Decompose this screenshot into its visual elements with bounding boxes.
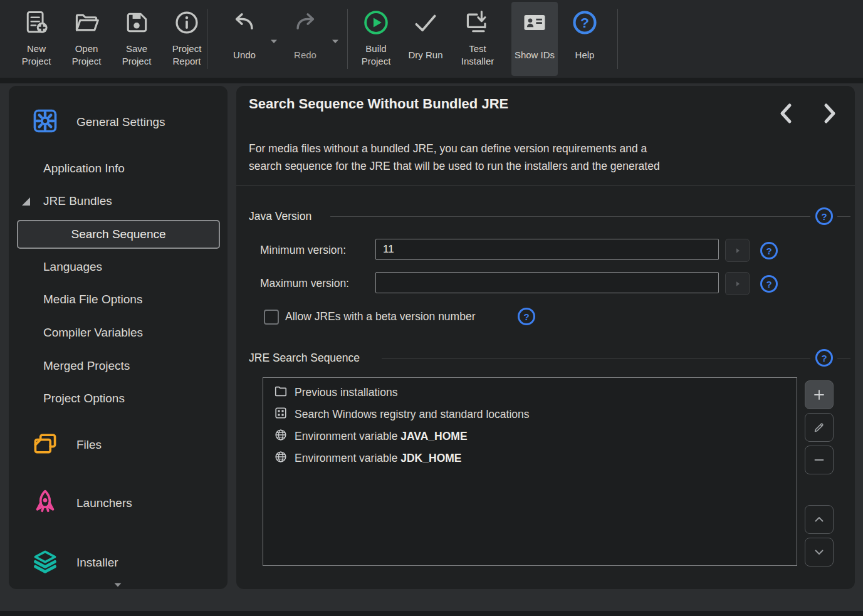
main-panel: Search Sequence Without Bundled JRE For …: [236, 86, 855, 589]
save-icon: [123, 8, 150, 38]
jre-search-sequence-list[interactable]: Previous installations Search Windows re…: [263, 377, 797, 566]
minimum-version-label: Minimum version:: [260, 239, 346, 261]
section-rule: [330, 216, 810, 217]
maximum-version-input[interactable]: [375, 272, 719, 293]
help-icon-jre-search-sequence[interactable]: ?: [815, 349, 833, 367]
globe-icon: [274, 428, 288, 445]
header-divider: [236, 185, 855, 185]
page-description-line2: search sequence for the JRE that will be…: [249, 157, 769, 175]
sidebar-item-label: Installer: [76, 556, 118, 570]
sidebar: General Settings Application Info JRE Bu…: [9, 86, 228, 589]
list-item-text: Environment variable JAVA_HOME: [295, 430, 468, 443]
list-item-text: Previous installations: [295, 386, 397, 399]
move-up-button[interactable]: [805, 505, 834, 534]
section-rule: [837, 358, 850, 358]
sidebar-scroll-down-icon[interactable]: [113, 579, 122, 590]
folder-icon: [274, 384, 288, 401]
sidebar-item-installer[interactable]: Installer: [31, 549, 118, 577]
maximum-version-variable-button[interactable]: [725, 272, 750, 295]
sidebar-item-languages[interactable]: Languages: [43, 259, 102, 275]
undo-dropdown-arrow[interactable]: [270, 35, 278, 40]
sidebar-item-files[interactable]: Files: [31, 431, 102, 459]
files-icon: [31, 430, 59, 460]
beta-version-checkbox-label: Allow JREs with a beta version number: [285, 308, 475, 325]
section-heading-java-version: Java Version: [249, 210, 311, 223]
toolbar-button-label: Save Project: [112, 38, 161, 76]
sidebar-item-label: General Settings: [76, 115, 165, 129]
checkmark-icon: [412, 8, 439, 38]
help-icon-beta-version[interactable]: ?: [518, 308, 535, 325]
list-item[interactable]: Previous installations: [263, 382, 797, 404]
help-circle-icon: ?: [571, 8, 599, 38]
toolbar-button-label: Redo: [294, 38, 316, 76]
toolbar-button-label: Build Project: [352, 38, 400, 76]
add-button[interactable]: [805, 380, 834, 409]
beta-version-checkbox[interactable]: [264, 310, 279, 325]
list-item[interactable]: Environment variable JAVA_HOME: [263, 425, 797, 447]
sidebar-item-jre-bundles[interactable]: JRE Bundles: [43, 193, 112, 209]
page-title: Search Sequence Without Bundled JRE: [249, 96, 508, 112]
section-heading-jre-search-sequence: JRE Search Sequence: [249, 352, 360, 365]
help-icon-maximum-version[interactable]: ?: [760, 275, 778, 293]
redo-icon: [291, 8, 319, 38]
show-ids-button[interactable]: Show IDs: [511, 2, 558, 76]
id-card-icon: [521, 8, 548, 38]
sidebar-item-application-info[interactable]: Application Info: [43, 160, 125, 177]
monitor-download-icon: [464, 8, 491, 38]
nav-back-icon[interactable]: [777, 103, 795, 127]
gear-square-icon: [31, 107, 59, 137]
toolbar-button-label: Help: [575, 38, 595, 76]
toolbar-button-label: New Project: [12, 38, 61, 76]
redo-dropdown-arrow[interactable]: [332, 35, 339, 40]
toolbar-button-label: Project Report: [162, 38, 211, 76]
sidebar-item-media-file-options[interactable]: Media File Options: [43, 291, 142, 308]
section-rule: [382, 358, 810, 358]
registry-icon: [274, 406, 288, 423]
sidebar-item-label: Launchers: [76, 496, 132, 510]
install4j-window: New Project Open Project Save Project: [0, 0, 863, 616]
layers-icon: [31, 548, 59, 578]
undo-icon: [231, 8, 258, 38]
undo-button[interactable]: Undo: [220, 2, 269, 76]
project-report-button[interactable]: Project Report: [162, 2, 211, 76]
new-project-icon: [23, 8, 50, 38]
move-down-button[interactable]: [805, 538, 834, 566]
sidebar-item-project-options[interactable]: Project Options: [43, 390, 125, 407]
section-rule: [837, 216, 850, 217]
list-item[interactable]: Search Windows registry and standard loc…: [263, 404, 797, 425]
expanded-triangle-icon[interactable]: [22, 197, 30, 208]
toolbar-button-label: Dry Run: [408, 38, 442, 76]
list-item-text: Environment variable JDK_HOME: [295, 452, 462, 465]
list-item[interactable]: Environment variable JDK_HOME: [263, 447, 797, 469]
help-button[interactable]: ? Help: [560, 2, 609, 76]
globe-icon: [274, 450, 288, 467]
toolbar-separator: [617, 9, 618, 69]
sidebar-item-launchers[interactable]: Launchers: [31, 489, 132, 517]
new-project-button[interactable]: New Project: [12, 2, 61, 76]
sidebar-item-merged-projects[interactable]: Merged Projects: [43, 358, 130, 374]
minimum-version-variable-button[interactable]: [725, 239, 750, 262]
dry-run-button[interactable]: Dry Run: [401, 2, 450, 76]
info-circle-icon: [173, 8, 201, 38]
help-icon-java-version[interactable]: ?: [815, 207, 833, 225]
remove-button[interactable]: [805, 446, 834, 474]
toolbar-button-label: Open Project: [62, 38, 111, 76]
build-project-button[interactable]: Build Project: [352, 2, 400, 76]
open-project-button[interactable]: Open Project: [62, 2, 111, 76]
sidebar-item-label: Files: [76, 438, 102, 452]
sidebar-item-general-settings[interactable]: General Settings: [31, 108, 165, 136]
rocket-icon: [31, 488, 59, 518]
toolbar-button-label: Test Installer: [452, 38, 503, 76]
toolbar-separator: [347, 9, 348, 69]
minimum-version-input[interactable]: [375, 239, 719, 260]
sidebar-item-search-sequence[interactable]: Search Sequence: [17, 220, 220, 249]
page-description-line1: For media files without a bundled JRE, y…: [249, 140, 769, 157]
toolbar-separator: [207, 9, 207, 69]
sidebar-item-compiler-variables[interactable]: Compiler Variables: [43, 325, 143, 341]
edit-button[interactable]: [805, 413, 834, 442]
save-project-button[interactable]: Save Project: [112, 2, 161, 76]
redo-button[interactable]: Redo: [281, 2, 330, 76]
test-installer-button[interactable]: Test Installer: [452, 2, 503, 76]
nav-forward-icon[interactable]: [821, 103, 839, 127]
help-icon-minimum-version[interactable]: ?: [760, 242, 778, 259]
